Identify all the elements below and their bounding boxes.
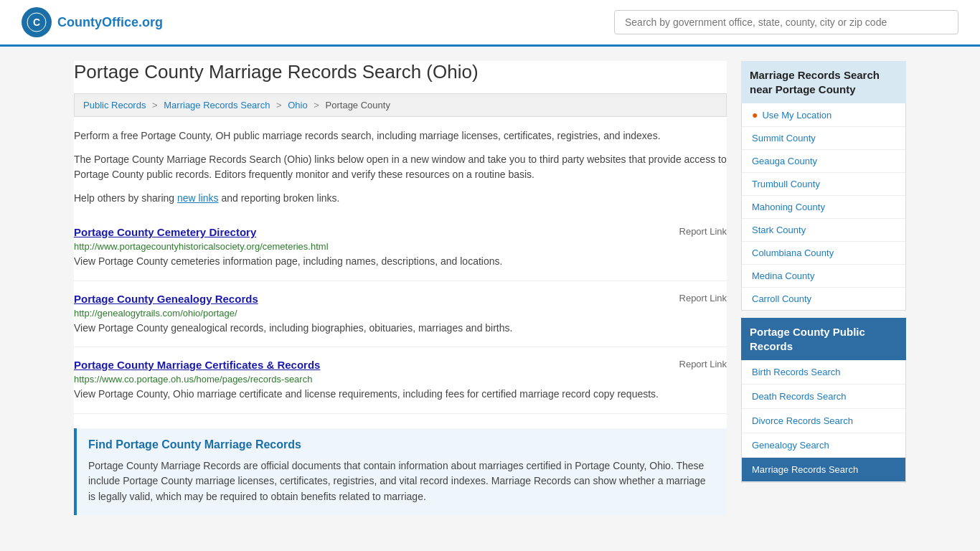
sidebar-county-0[interactable]: Summit County <box>742 127 905 150</box>
records-list: Portage County Cemetery Directory Report… <box>74 215 727 414</box>
intro-paragraph-3: Help others by sharing new links and rep… <box>74 191 727 206</box>
sidebar-pr-3[interactable]: Genealogy Search <box>742 433 905 458</box>
breadcrumb-ohio[interactable]: Ohio <box>288 100 307 110</box>
sidebar-county-3[interactable]: Mahoning County <box>742 196 905 219</box>
record-title-0[interactable]: Portage County Cemetery Directory <box>74 226 256 238</box>
sidebar-nearby-list: ● Use My Location Summit County Geauga C… <box>741 103 906 311</box>
sidebar-pr-1[interactable]: Death Records Search <box>742 385 905 409</box>
svg-text:C: C <box>33 17 40 28</box>
use-location-link[interactable]: Use My Location <box>762 110 831 121</box>
record-title-1[interactable]: Portage County Genealogy Records <box>74 293 258 305</box>
sidebar-public-records-list: Birth Records Search Death Records Searc… <box>741 360 906 483</box>
sidebar-county-2[interactable]: Trumbull County <box>742 173 905 196</box>
use-my-location[interactable]: ● Use My Location <box>742 103 905 127</box>
sidebar-county-7[interactable]: Carroll County <box>742 288 905 310</box>
new-links-link[interactable]: new links <box>177 192 219 204</box>
find-section: Find Portage County Marriage Records Por… <box>74 428 727 515</box>
sidebar-public-records-section: Portage County Public Records Birth Reco… <box>741 318 906 483</box>
breadcrumb: Public Records > Marriage Records Search… <box>74 93 727 117</box>
sidebar-pr-0[interactable]: Birth Records Search <box>742 360 905 385</box>
record-url-1[interactable]: http://genealogytrails.com/ohio/portage/ <box>74 308 727 319</box>
breadcrumb-public-records[interactable]: Public Records <box>83 100 146 110</box>
breadcrumb-current: Portage County <box>326 100 390 110</box>
logo-area[interactable]: C CountyOffice.org <box>22 7 163 37</box>
breadcrumb-sep-1: > <box>152 100 158 110</box>
site-header: C CountyOffice.org <box>0 0 980 47</box>
record-url-2[interactable]: https://www.co.portage.oh.us/home/pages/… <box>74 374 727 385</box>
location-icon: ● <box>752 109 758 121</box>
sidebar-county-4[interactable]: Stark County <box>742 219 905 242</box>
find-title: Find Portage County Marriage Records <box>88 438 715 451</box>
record-item-2: Portage County Marriage Certificates & R… <box>74 347 727 414</box>
sidebar-nearby-header: Marriage Records Search near Portage Cou… <box>741 61 906 103</box>
record-url-0[interactable]: http://www.portagecountyhistoricalsociet… <box>74 241 727 252</box>
sidebar-nearby-section: Marriage Records Search near Portage Cou… <box>741 61 906 311</box>
record-item-1: Portage County Genealogy Records Report … <box>74 281 727 348</box>
breadcrumb-sep-3: > <box>314 100 319 110</box>
content-area: Portage County Marriage Records Search (… <box>74 61 727 515</box>
logo-icon: C <box>22 7 52 37</box>
sidebar-public-records-header: Portage County Public Records <box>741 318 906 360</box>
breadcrumb-sep-2: > <box>276 100 282 110</box>
record-desc-2: View Portage County, Ohio marriage certi… <box>74 387 727 402</box>
report-link-0[interactable]: Report Link <box>679 226 727 237</box>
record-item-0: Portage County Cemetery Directory Report… <box>74 215 727 281</box>
record-desc-1: View Portage County genealogical records… <box>74 321 727 336</box>
intro-paragraph-2: The Portage County Marriage Records Sear… <box>74 152 727 182</box>
sidebar-pr-4[interactable]: Marriage Records Search <box>742 458 905 482</box>
search-input[interactable] <box>614 10 958 34</box>
find-body: Portage County Marriage Records are offi… <box>88 458 715 505</box>
report-link-2[interactable]: Report Link <box>679 359 727 369</box>
main-layout: Portage County Marriage Records Search (… <box>60 61 920 515</box>
page-title: Portage County Marriage Records Search (… <box>74 61 727 83</box>
record-title-2[interactable]: Portage County Marriage Certificates & R… <box>74 359 320 371</box>
logo-text: CountyOffice.org <box>57 15 163 30</box>
sidebar-county-6[interactable]: Medina County <box>742 265 905 288</box>
sidebar-county-1[interactable]: Geauga County <box>742 150 905 173</box>
sidebar-pr-2[interactable]: Divorce Records Search <box>742 409 905 433</box>
sidebar: Marriage Records Search near Portage Cou… <box>741 61 906 515</box>
sidebar-county-5[interactable]: Columbiana County <box>742 242 905 265</box>
intro-paragraph-1: Perform a free Portage County, OH public… <box>74 128 727 143</box>
breadcrumb-marriage-records[interactable]: Marriage Records Search <box>164 100 270 110</box>
record-desc-0: View Portage County cemeteries informati… <box>74 255 727 269</box>
report-link-1[interactable]: Report Link <box>679 293 727 303</box>
